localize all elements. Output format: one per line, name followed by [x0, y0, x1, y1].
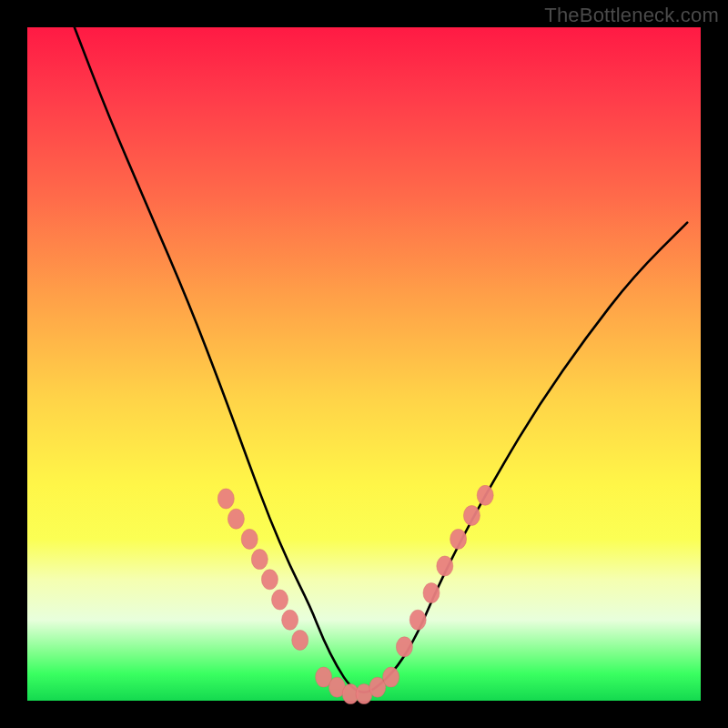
- watermark-text: TheBottleneck.com: [544, 4, 719, 27]
- gradient-plot-area: [27, 27, 701, 701]
